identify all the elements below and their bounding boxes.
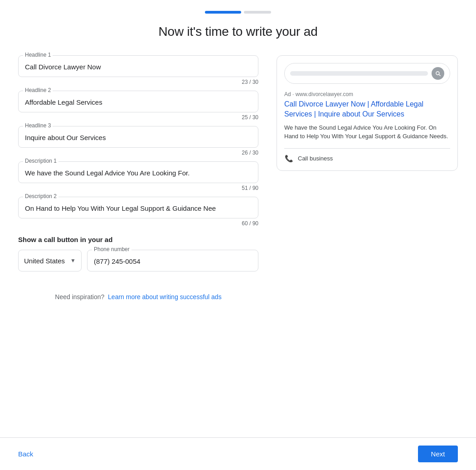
headline1-input[interactable] xyxy=(25,63,252,71)
description1-count: 51 / 90 xyxy=(18,185,258,191)
headline2-label: Headline 2 xyxy=(23,87,53,93)
footer: Back Next xyxy=(0,437,476,470)
ad-divider xyxy=(284,148,450,149)
search-icon xyxy=(432,67,444,80)
next-button[interactable]: Next xyxy=(418,446,458,462)
progress-segment-empty xyxy=(244,11,271,14)
headline1-group: Headline 1 23 / 30 xyxy=(18,55,258,85)
headline2-group: Headline 2 25 / 30 xyxy=(18,91,258,121)
phone-row: United States ▼ Phone number xyxy=(18,250,258,271)
ad-preview-card: Ad · www.divorcelawyer.com Call Divorce … xyxy=(277,55,458,171)
description1-wrapper: Description 1 xyxy=(18,161,258,183)
call-business-row: 📞 Call business xyxy=(284,154,450,163)
description2-input[interactable] xyxy=(25,204,252,212)
description1-group: Description 1 51 / 90 xyxy=(18,161,258,191)
country-select-wrapper[interactable]: United States ▼ xyxy=(18,250,82,271)
description1-input[interactable] xyxy=(25,169,252,177)
ad-description: We have the Sound Legal Advice You Are L… xyxy=(284,123,450,141)
chevron-down-icon: ▼ xyxy=(70,257,76,264)
description2-label: Description 2 xyxy=(23,193,58,199)
ad-label: Ad · www.divorcelawyer.com xyxy=(284,91,450,97)
inspiration-link[interactable]: Learn more about writing successful ads xyxy=(108,293,222,300)
headline3-input[interactable] xyxy=(25,134,252,141)
fake-search-bar xyxy=(284,63,450,84)
preview-column: Ad · www.divorcelawyer.com Call Divorce … xyxy=(277,55,458,300)
headline3-group: Headline 3 26 / 30 xyxy=(18,126,258,156)
progress-segment-filled xyxy=(205,11,241,14)
main-content: Headline 1 23 / 30 Headline 2 25 / 30 He… xyxy=(0,55,476,300)
inspiration-text: Need inspiration? xyxy=(55,293,104,300)
phone-input[interactable] xyxy=(94,257,252,265)
fake-search-input-visual xyxy=(290,71,428,76)
headline3-wrapper: Headline 3 xyxy=(18,126,258,148)
page-title: Now it's time to write your ad xyxy=(0,24,476,39)
country-select[interactable]: United States xyxy=(24,257,68,265)
headline2-count: 25 / 30 xyxy=(18,114,258,121)
headline1-wrapper: Headline 1 xyxy=(18,55,258,77)
headline1-count: 23 / 30 xyxy=(18,79,258,85)
description2-count: 60 / 90 xyxy=(18,220,258,227)
back-button[interactable]: Back xyxy=(18,446,33,461)
phone-field-wrapper: Phone number xyxy=(87,250,258,271)
headline3-label: Headline 3 xyxy=(23,122,53,129)
call-business-label: Call business xyxy=(298,155,333,162)
headline2-wrapper: Headline 2 xyxy=(18,91,258,112)
phone-field-label: Phone number xyxy=(92,246,131,252)
description1-label: Description 1 xyxy=(23,158,58,164)
call-button-section-label: Show a call button in your ad xyxy=(18,236,258,243)
progress-bar xyxy=(0,0,476,14)
headline3-count: 26 / 30 xyxy=(18,150,258,156)
form-column: Headline 1 23 / 30 Headline 2 25 / 30 He… xyxy=(18,55,258,300)
description2-group: Description 2 60 / 90 xyxy=(18,197,258,227)
headline1-label: Headline 1 xyxy=(23,52,53,58)
headline2-input[interactable] xyxy=(25,98,252,106)
inspiration-row: Need inspiration? Learn more about writi… xyxy=(18,293,258,300)
description2-wrapper: Description 2 xyxy=(18,197,258,218)
phone-icon: 📞 xyxy=(284,154,293,163)
ad-headline: Call Divorce Lawyer Now | Affordable Leg… xyxy=(284,99,450,120)
